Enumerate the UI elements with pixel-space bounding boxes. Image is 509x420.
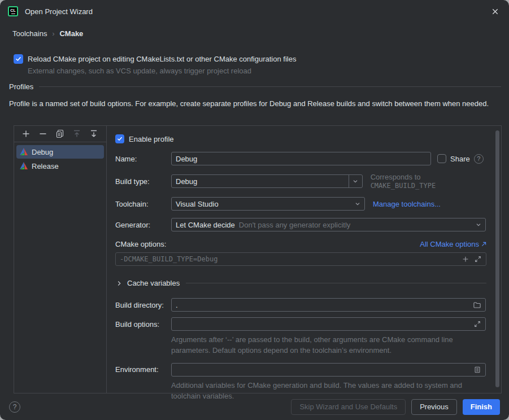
share-help-icon[interactable]: ? [474,154,484,164]
cmake-profile-icon [19,161,28,170]
cmake-profile-icon [19,147,28,156]
move-up-button[interactable] [72,129,82,139]
cache-variables-divider [186,283,486,283]
share-checkbox[interactable] [437,154,446,163]
toolchain-value: Visual Studio [176,200,351,208]
share-label: Share [450,155,470,163]
previous-button[interactable]: Previous [411,399,457,415]
all-cmake-options-link[interactable]: All CMake options [420,240,486,248]
add-option-icon[interactable] [462,255,469,263]
build-directory-field-wrap [171,298,486,312]
reload-cmake-hint: External changes, such as VCS update, al… [28,67,296,75]
remove-profile-button[interactable] [38,129,48,139]
titlebar: CL Open Project Wizard [0,0,509,23]
copy-icon [55,129,64,138]
generator-label: Generator: [115,221,171,229]
generator-placeholder: Don't pass any generator explicitly [239,221,472,229]
enable-profile-label: Enable profile [129,135,174,143]
build-options-label: Build options: [115,320,171,329]
profiles-panel: Debug Release [14,125,502,393]
folder-icon[interactable] [473,301,481,309]
enable-profile-checkbox[interactable] [115,134,124,143]
share-group: Share ? [437,154,484,164]
breadcrumb-cmake: CMake [59,29,83,38]
window-title: Open Project Wizard [25,7,93,16]
chevron-right-icon [115,279,123,287]
profile-list: Debug Release [14,142,106,173]
chevron-down-icon [349,175,362,187]
cache-variables-toggle[interactable]: Cache variables [115,279,486,287]
add-profile-button[interactable] [21,129,31,139]
build-type-combobox[interactable]: Debug [171,174,363,188]
chevron-down-icon [472,218,485,231]
build-options-input[interactable] [176,320,473,329]
skip-wizard-button[interactable]: Skip Wizard and Use Defaults [291,399,406,415]
cmake-options-header: CMake options: All CMake options [115,240,486,248]
build-type-hint: Corresponds to CMAKE_BUILD_TYPE [371,173,486,190]
cmake-options-field[interactable]: -DCMAKE_BUILD_TYPE=Debug [115,252,486,266]
reload-block: Reload CMake project on editing CMakeLis… [14,54,296,75]
name-field-wrap [171,152,431,165]
cmake-options-value: -DCMAKE_BUILD_TYPE=Debug [120,255,217,263]
profile-item-label: Debug [32,148,53,156]
breadcrumb-toolchains[interactable]: Toolchains [12,29,47,38]
name-label: Name: [115,155,171,163]
minus-icon [38,129,47,138]
profile-list-panel: Debug Release [14,126,107,393]
toolchain-combobox[interactable]: Visual Studio [171,197,365,211]
scrollbar-thumb[interactable] [495,130,499,387]
close-icon [491,7,499,16]
variables-list-icon[interactable] [473,366,481,374]
cache-variables-label: Cache variables [127,279,180,287]
clion-logo-icon: CL [8,6,18,16]
breadcrumb: Toolchains › CMake [12,29,83,38]
name-input[interactable] [176,155,427,163]
environment-label: Environment: [115,365,171,374]
move-up-icon [72,129,81,138]
move-down-button[interactable] [89,129,99,139]
reload-cmake-checkbox[interactable] [14,54,23,64]
open-project-wizard-dialog: CL Open Project Wizard Toolchains › CMak… [0,0,509,420]
close-button[interactable] [489,5,501,18]
profiles-section-title: Profiles [9,82,33,91]
profile-detail-form: Enable profile Name: Share ? Build type:… [107,126,502,393]
profile-item-debug[interactable]: Debug [16,145,104,159]
build-directory-label: Build directory: [115,301,171,309]
section-divider [39,86,501,87]
plus-icon [21,129,31,138]
footer: ? Skip Wizard and Use Defaults Previous … [0,393,509,420]
clion-logo-text: CL [10,8,15,12]
profile-item-label: Release [32,162,59,170]
external-link-icon [481,242,486,247]
build-options-hint: Arguments after ‘--’ are passed to the b… [171,335,481,356]
cmake-options-label: CMake options: [115,240,166,248]
build-options-field-wrap [171,317,486,331]
profiles-section-header: Profiles [9,82,501,91]
profile-list-toolbar [14,126,106,142]
build-directory-input[interactable] [176,301,473,309]
profiles-description: Profile is a named set of build options.… [9,98,497,110]
reload-cmake-label: Reload CMake project on editing CMakeLis… [28,55,296,63]
checkmark-icon [15,56,21,62]
generator-combobox[interactable]: Let CMake decide Don't pass any generato… [171,218,486,231]
chevron-down-icon [351,198,364,210]
expand-icon[interactable] [473,320,481,328]
toolchain-label: Toolchain: [115,200,171,208]
build-type-label: Build type: [115,177,171,186]
expand-icon[interactable] [474,255,482,263]
checkmark-icon [117,136,123,142]
copy-profile-button[interactable] [55,129,65,139]
finish-button[interactable]: Finish [463,399,500,415]
environment-field-wrap [171,363,486,377]
move-down-icon [89,129,98,138]
profile-item-release[interactable]: Release [16,159,104,173]
help-button[interactable]: ? [9,401,20,413]
manage-toolchains-link[interactable]: Manage toolchains... [373,200,441,208]
generator-value: Let CMake decide [176,221,235,229]
environment-input[interactable] [176,365,473,374]
cmake-build-type-code: CMAKE_BUILD_TYPE [371,182,436,190]
breadcrumb-separator: › [52,30,54,38]
build-type-value: Debug [176,177,349,186]
